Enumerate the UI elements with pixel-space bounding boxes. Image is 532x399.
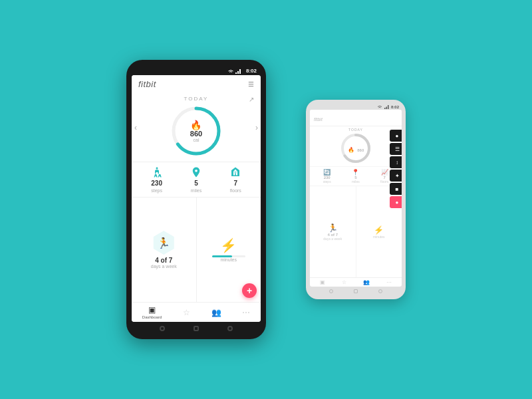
location-icon bbox=[190, 166, 202, 178]
svg-rect-0 bbox=[235, 72, 237, 74]
stat-floors: 7 floors bbox=[229, 166, 241, 193]
fab-add-button[interactable]: + bbox=[242, 283, 257, 298]
svg-rect-5 bbox=[384, 108, 386, 109]
floors-value: 7 bbox=[234, 180, 238, 187]
sec-calorie-center: 🔥 860 bbox=[348, 142, 364, 154]
svg-rect-1 bbox=[237, 71, 239, 74]
sec-calorie-ring: 🔥 860 bbox=[339, 132, 372, 165]
sec-miles-label: miles bbox=[352, 180, 360, 184]
hw-home-btn[interactable] bbox=[194, 326, 199, 331]
sec-steps-icon: 🔄 bbox=[323, 169, 331, 176]
active-days-label: days a week bbox=[151, 264, 177, 269]
tile-active-minutes[interactable]: ⚡ minutes + bbox=[197, 198, 261, 302]
stat-miles: 5 miles bbox=[190, 166, 202, 193]
calorie-unit: cal bbox=[194, 138, 200, 142]
context-menu: ● ☰ ↕ ✦ ■ ● bbox=[390, 130, 402, 208]
floors-icon bbox=[229, 166, 241, 178]
stat-steps: 230 steps bbox=[151, 166, 163, 193]
active-days-value: 4 of 7 bbox=[155, 257, 172, 264]
steps-value: 230 bbox=[151, 180, 162, 187]
hardware-buttons-main bbox=[132, 322, 261, 332]
sec-hardware-buttons bbox=[310, 287, 402, 295]
svg-rect-2 bbox=[239, 69, 241, 74]
active-minutes-label: minutes bbox=[220, 257, 237, 262]
svg-rect-7 bbox=[388, 105, 389, 109]
steps-icon bbox=[151, 166, 163, 178]
sec-bottom-nav: ▣ ☆ 👥 ⋯ bbox=[310, 277, 402, 287]
more-icon: ⋯ bbox=[242, 308, 250, 317]
sec-stat-steps: 🔄 230 steps bbox=[323, 169, 331, 184]
status-bar-main: 8:02 bbox=[132, 66, 261, 75]
phones-container: 8:02 fitbit ☰ TODAY ↗ ‹ › bbox=[126, 60, 406, 339]
ctx-item-4[interactable]: ■ bbox=[390, 183, 402, 195]
sec-miles-icon: 📍 bbox=[352, 169, 359, 176]
sec-hw-back[interactable] bbox=[329, 289, 333, 293]
run-icon: 🏃 bbox=[157, 237, 170, 249]
sec-more-icon: ⋯ bbox=[386, 279, 392, 285]
share-icon[interactable]: ↗ bbox=[249, 96, 254, 103]
dashboard-label: Dashboard bbox=[142, 315, 162, 319]
sec-star-icon: ☆ bbox=[342, 279, 346, 285]
main-screen: fitbit ☰ TODAY ↗ ‹ › 🔥 860 bbox=[132, 75, 261, 322]
miles-label: miles bbox=[191, 188, 201, 193]
floors-label: floors bbox=[230, 188, 241, 193]
calorie-center: 🔥 860 cal bbox=[190, 120, 202, 142]
activity-tiles: 🏃 4 of 7 days a week ⚡ minutes + bbox=[132, 197, 261, 302]
nav-arrow-right[interactable]: › bbox=[255, 123, 258, 132]
sec-stat-floors: 📈 7 floors bbox=[380, 169, 388, 184]
ctx-item-0[interactable]: ● bbox=[390, 130, 402, 142]
signal-icon bbox=[235, 68, 241, 74]
calorie-ring: 🔥 860 cal bbox=[170, 104, 223, 158]
sec-steps-label: steps bbox=[323, 180, 331, 184]
sec-floors-label: floors bbox=[380, 180, 388, 184]
menu-icon[interactable]: ☰ bbox=[248, 80, 254, 88]
nav-favorites[interactable]: ☆ bbox=[183, 308, 190, 317]
star-icon: ☆ bbox=[183, 308, 190, 317]
sec-friends-icon: 👥 bbox=[363, 279, 370, 285]
bottom-nav: ▣ Dashboard ☆ 👥 ⋯ bbox=[132, 302, 261, 322]
sec-wifi-icon bbox=[377, 105, 382, 109]
tile-active-days[interactable]: 🏃 4 of 7 days a week bbox=[132, 198, 197, 302]
ctx-item-3[interactable]: ✦ bbox=[390, 170, 402, 182]
nav-arrow-left[interactable]: ‹ bbox=[134, 123, 137, 132]
sec-hw-home[interactable] bbox=[354, 289, 358, 293]
stats-row: 230 steps 5 miles 7 bbox=[132, 162, 261, 197]
sec-tile-days: 🏃 4 of 7 days a week bbox=[310, 186, 356, 277]
main-phone: 8:02 fitbit ☰ TODAY ↗ ‹ › bbox=[126, 60, 266, 339]
sec-signal-icon bbox=[384, 105, 389, 109]
ctx-item-1[interactable]: ☰ bbox=[390, 143, 402, 155]
lightning-icon: ⚡ bbox=[220, 237, 237, 253]
sec-app-bar: fitbit bbox=[310, 110, 402, 126]
ctx-item-2[interactable]: ↕ bbox=[390, 156, 402, 168]
steps-label: steps bbox=[151, 188, 162, 193]
sec-today: TODAY 🔥 860 bbox=[310, 126, 402, 166]
friends-icon: 👥 bbox=[211, 308, 221, 317]
sec-days-label: days a week bbox=[323, 237, 342, 241]
sec-stat-miles: 📍 5 miles bbox=[352, 169, 360, 184]
hw-back-btn[interactable] bbox=[160, 326, 165, 331]
status-time-main: 8:02 bbox=[246, 68, 257, 74]
ctx-item-5[interactable]: ● bbox=[390, 196, 402, 208]
fitbit-logo: fitbit bbox=[138, 79, 156, 89]
wifi-icon bbox=[227, 68, 234, 74]
app-bar: fitbit ☰ bbox=[132, 75, 261, 93]
calorie-value: 860 bbox=[190, 130, 202, 138]
today-section: TODAY ↗ ‹ › 🔥 860 cal bbox=[132, 93, 261, 162]
nav-friends[interactable]: 👥 bbox=[211, 308, 221, 317]
sec-status-time: 8:02 bbox=[391, 105, 399, 109]
hexagon-shape: 🏃 bbox=[152, 231, 176, 255]
sec-minutes-label: minutes bbox=[373, 235, 385, 239]
nav-more[interactable]: ⋯ bbox=[242, 308, 250, 317]
sec-tiles: 🏃 4 of 7 days a week ⚡ minutes bbox=[310, 186, 402, 277]
svg-rect-6 bbox=[386, 107, 387, 110]
sec-hw-menu[interactable] bbox=[378, 289, 382, 293]
miles-value: 5 bbox=[194, 180, 198, 187]
sec-calorie-value: 860 bbox=[357, 148, 364, 152]
sec-dashboard-icon: ▣ bbox=[320, 279, 325, 285]
dashboard-icon: ▣ bbox=[148, 305, 156, 315]
hw-menu-btn[interactable] bbox=[227, 326, 233, 331]
secondary-screen: fitbit TODAY 🔥 860 bbox=[310, 110, 402, 287]
nav-dashboard[interactable]: ▣ Dashboard bbox=[142, 305, 162, 319]
signal-icons bbox=[227, 68, 241, 74]
sec-stats-row: 🔄 230 steps 📍 5 miles 📈 7 floors bbox=[310, 166, 402, 186]
